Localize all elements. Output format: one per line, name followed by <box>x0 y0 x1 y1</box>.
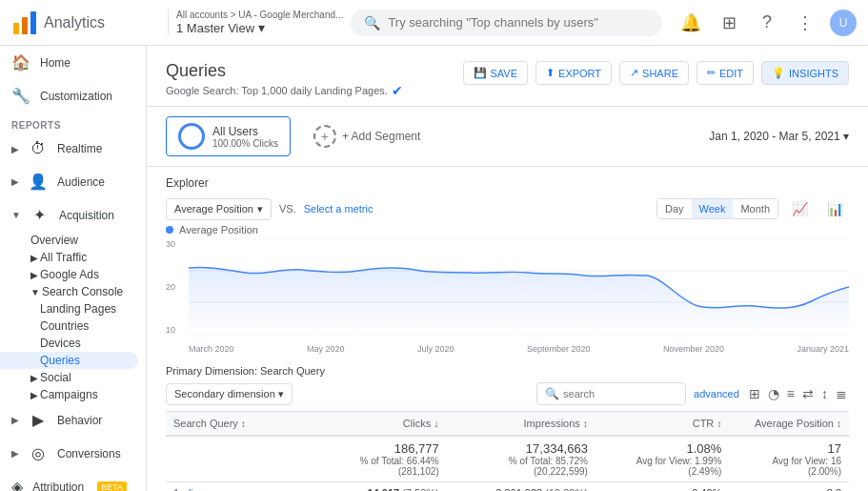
advanced-link[interactable]: advanced <box>694 388 739 399</box>
share-button[interactable]: ↗ SHARE <box>619 61 689 85</box>
acquisition-icon: ✦ <box>30 206 50 224</box>
expand-icon: ▶ <box>11 448 19 459</box>
sort-icon: ↕ <box>241 419 246 429</box>
week-button[interactable]: Week <box>692 199 734 218</box>
attribution-icon: ◈ <box>11 478 23 491</box>
line-chart-icon[interactable]: 📈 <box>786 197 814 220</box>
analytics-logo-icon <box>11 10 38 36</box>
column-header-ctr[interactable]: CTR ↕ <box>595 412 729 437</box>
more-icon[interactable]: ⋮ <box>792 10 818 36</box>
table-search[interactable]: 🔍 <box>536 382 686 405</box>
sidebar-item-overview[interactable]: Overview <box>0 232 138 249</box>
expand-icon: ▶ <box>30 270 38 280</box>
legend-dot <box>166 226 173 234</box>
time-range-selector: Day Week Month <box>656 198 778 219</box>
sidebar-item-customization[interactable]: 🔧 Customization <box>0 79 138 113</box>
sidebar-item-attribution[interactable]: ◈ Attribution BETA <box>0 470 138 491</box>
lifetime-icon[interactable]: ≣ <box>834 384 849 403</box>
secondary-dimension-button[interactable]: Secondary dimension ▾ <box>166 383 293 405</box>
select-metric-link[interactable]: Select a metric <box>304 203 373 215</box>
sidebar-item-campaigns[interactable]: ▶Campaigns <box>0 386 138 403</box>
sort-icon: ↕ <box>583 419 588 429</box>
add-segment-button[interactable]: + + Add Segment <box>302 119 432 153</box>
expand-icon: ▼ <box>11 210 21 220</box>
sidebar-item-behavior[interactable]: ▶ ▶ Behavior <box>0 403 138 437</box>
add-segment-circle: + <box>313 125 336 148</box>
expand-icon: ▶ <box>30 373 38 383</box>
sidebar-item-acquisition-label: Acquisition <box>59 209 114 222</box>
table-section: Primary Dimension: Search Query Secondar… <box>147 358 868 491</box>
chart-type-controls: Day Week Month 📈 📊 <box>656 197 849 220</box>
month-button[interactable]: Month <box>733 199 777 218</box>
edit-icon: ✏ <box>707 67 716 79</box>
sidebar-item-search-console[interactable]: ▼Search Console <box>0 283 138 300</box>
search-icon: 🔍 <box>545 387 559 400</box>
sidebar-item-audience-label: Audience <box>57 175 105 189</box>
chevron-down-icon: ▾ <box>257 203 263 215</box>
search-bar[interactable]: 🔍 <box>351 10 662 36</box>
segment-chip[interactable]: All Users 100.00% Clicks <box>166 116 291 156</box>
top-bar-actions: 🔔 ⊞ ? ⋮ U <box>662 10 857 36</box>
reports-label: REPORTS <box>0 113 146 133</box>
sidebar-item-acquisition[interactable]: ▼ ✦ Acquisition <box>0 198 138 232</box>
sidebar-item-realtime[interactable]: ▶ ⏱ Realtime <box>0 133 138 165</box>
table-search-input[interactable] <box>563 388 677 399</box>
day-button[interactable]: Day <box>657 199 692 218</box>
sidebar-item-attribution-label: Attribution <box>32 481 84 492</box>
notifications-icon[interactable]: 🔔 <box>677 10 704 36</box>
sidebar-item-devices[interactable]: Devices <box>0 335 138 352</box>
totals-avg-position: 17 Avg for View: 16 (2.00%) <box>729 436 849 482</box>
chart-controls: Average Position ▾ VS. Select a metric D… <box>166 197 849 220</box>
save-button[interactable]: 💾 SAVE <box>463 61 529 85</box>
avatar[interactable]: U <box>830 10 857 36</box>
bar-chart-icon[interactable]: 📊 <box>821 197 849 220</box>
export-button[interactable]: ⬆ EXPORT <box>535 61 612 85</box>
column-header-avg-position[interactable]: Average Position ↕ <box>729 412 849 437</box>
save-icon: 💾 <box>474 67 487 79</box>
apps-icon[interactable]: ⊞ <box>716 10 742 36</box>
table-icons: ⊞ ◔ ≡ ⇄ ↕ ≣ <box>747 384 849 403</box>
search-icon: 🔍 <box>364 15 380 31</box>
queries-title: Queries <box>166 61 403 81</box>
date-range-selector[interactable]: Jan 1, 2020 - Mar 5, 2021 ▾ <box>709 130 849 143</box>
column-header-query[interactable]: Search Query ↕ <box>166 412 312 437</box>
metric1-selector[interactable]: Average Position ▾ <box>166 198 272 220</box>
sidebar-item-conversions[interactable]: ▶ ◎ Conversions <box>0 437 138 470</box>
table-row: 1. dinosaur game 14,017 (7.50%) 3,361,93… <box>166 482 849 492</box>
sidebar-item-all-traffic[interactable]: ▶All Traffic <box>0 249 138 266</box>
sidebar-item-audience[interactable]: ▶ 👤 Audience <box>0 165 138 198</box>
performance-icon[interactable]: ≡ <box>785 384 797 403</box>
expand-icon: ▼ <box>30 287 40 297</box>
sort-icon: ↕ <box>837 419 841 429</box>
realtime-icon: ⏱ <box>29 140 48 157</box>
sidebar-item-google-ads[interactable]: ▶Google Ads <box>0 266 138 283</box>
help-icon[interactable]: ? <box>754 10 780 36</box>
pivot-icon[interactable]: ↕ <box>819 384 830 403</box>
pie-chart-icon[interactable]: ◔ <box>766 384 781 403</box>
chart-controls-left: Average Position ▾ VS. Select a metric <box>166 198 373 220</box>
sidebar-item-home[interactable]: 🏠 Home <box>0 46 138 79</box>
row-ctr: 0.42% <box>595 482 729 492</box>
expand-icon: ▶ <box>30 390 38 400</box>
totals-ctr: 1.08% Avg for View: 1.99% (2.49%) <box>595 436 729 482</box>
insights-button[interactable]: 💡 INSIGHTS <box>761 61 849 85</box>
table-view-icon[interactable]: ⊞ <box>747 384 762 403</box>
column-header-impressions[interactable]: Impressions ↕ <box>447 412 595 437</box>
app-title: Analytics <box>44 14 105 31</box>
search-input[interactable] <box>388 15 649 30</box>
sidebar-item-queries[interactable]: Queries <box>0 352 138 369</box>
sidebar-item-countries[interactable]: Countries <box>0 317 138 335</box>
sidebar-item-social[interactable]: ▶Social <box>0 369 138 386</box>
breadcrumb-bottom[interactable]: 1 Master View ▾ <box>176 20 343 35</box>
x-axis: March 2020 May 2020 July 2020 September … <box>189 344 849 354</box>
comparison-icon[interactable]: ⇄ <box>800 384 816 403</box>
vs-text: VS. <box>279 203 296 215</box>
column-header-clicks[interactable]: Clicks ↓ <box>312 412 447 437</box>
sidebar-item-landing-pages[interactable]: Landing Pages <box>0 300 138 317</box>
edit-button[interactable]: ✏ EDIT <box>696 61 754 85</box>
queries-header: Queries Google Search: Top 1,000 daily L… <box>147 46 868 107</box>
row-avg-position: 8.8 <box>729 482 849 492</box>
totals-impressions: 17,334,663 % of Total: 85.72% (20,222,59… <box>447 436 595 482</box>
beta-badge: BETA <box>97 481 127 492</box>
primary-dimension-label: Primary Dimension: Search Query <box>166 365 849 377</box>
